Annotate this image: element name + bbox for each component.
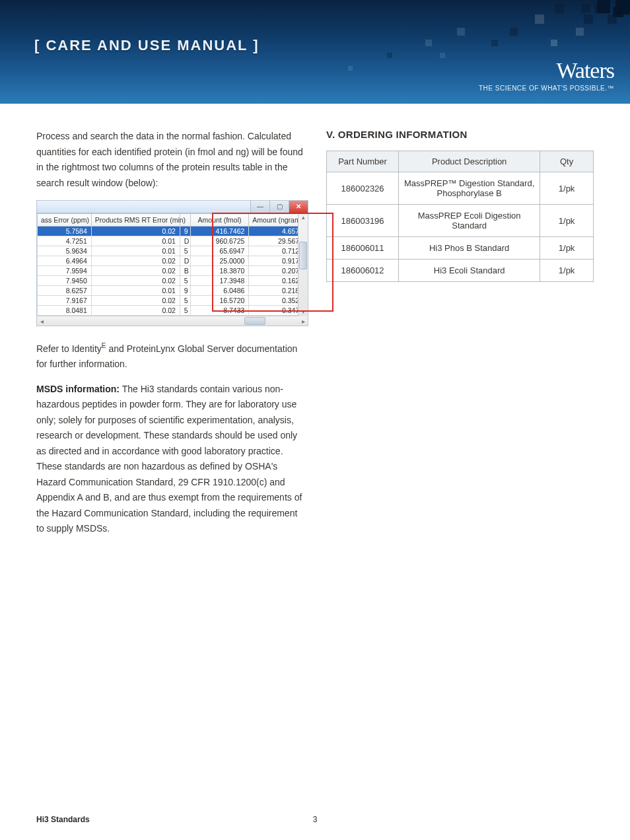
- cell-amount-fmol: 416.7462: [190, 227, 249, 236]
- footer-doc-title: Hi3 Standards: [36, 815, 90, 824]
- cell-description: Hi3 Phos B Standard: [399, 237, 540, 260]
- brand-block: Waters THE SCIENCE OF WHAT'S POSSIBLE.™: [479, 59, 614, 92]
- cell-part-number: 186002326: [327, 172, 399, 205]
- table-row: 186006012Hi3 Ecoli Standard1/pk: [327, 260, 594, 282]
- cell-mid: 5: [180, 276, 190, 286]
- cell-ass-error: 8.6257: [38, 286, 92, 296]
- table-row[interactable]: 8.04810.0258.74330.3475: [38, 306, 308, 316]
- cell-qty: 1/pk: [540, 237, 594, 260]
- cell-rt-error: 0.01: [91, 246, 180, 256]
- cell-mid: 9: [180, 286, 190, 296]
- v-scroll-thumb[interactable]: [299, 242, 307, 269]
- page: [ CARE AND USE MANUAL ] Waters THE SCIEN…: [0, 0, 630, 840]
- footer-page-number: 3: [313, 815, 318, 824]
- page-footer: Hi3 Standards 3 .: [36, 815, 594, 824]
- cell-rt-error: 0.01: [91, 236, 180, 246]
- order-col-qty: Qty: [540, 151, 594, 172]
- table-row: 186002326MassPREP™ Digestion Standard, P…: [327, 172, 594, 205]
- order-col-desc: Product Description: [399, 151, 540, 172]
- cell-amount-fmol: 8.7433: [190, 306, 249, 316]
- cell-ass-error: 7.9167: [38, 296, 92, 306]
- table-row: 186006011Hi3 Phos B Standard1/pk: [327, 237, 594, 260]
- v-scroll-track[interactable]: [298, 222, 308, 307]
- table-row[interactable]: 5.96340.01565.69470.7129: [38, 246, 308, 256]
- protein-results-window: — ▢ ✕ ass Error (ppm) Products RMS RT Er…: [36, 200, 308, 326]
- table-row: 186003196MassPREP Ecoli Digestion Standa…: [327, 205, 594, 237]
- table-row[interactable]: 5.75840.029416.74624.6572: [38, 227, 308, 236]
- scroll-left-arrow-icon[interactable]: ◂: [37, 318, 46, 325]
- cell-mid: B: [180, 266, 190, 276]
- msds-body: The Hi3 standards contain various non-ha…: [36, 384, 302, 534]
- cell-mid: D: [180, 256, 190, 266]
- table-row[interactable]: 4.72510.01D960.672529.5675: [38, 236, 308, 246]
- cell-amount-fmol: 18.3870: [190, 266, 249, 276]
- cell-mid: 9: [180, 227, 190, 236]
- brand-tagline: THE SCIENCE OF WHAT'S POSSIBLE.™: [479, 85, 614, 92]
- cell-ass-error: 6.4964: [38, 256, 92, 266]
- cell-amount-fmol: 16.5720: [190, 296, 249, 306]
- cell-mid: D: [180, 236, 190, 246]
- cell-rt-error: 0.01: [91, 286, 180, 296]
- close-button[interactable]: ✕: [289, 201, 308, 213]
- ordering-heading: V. ORDERING INFORMATION: [326, 129, 594, 140]
- left-column: Process and search the data in the norma…: [36, 129, 304, 546]
- table-row[interactable]: 7.95940.02B18.38700.2075: [38, 266, 308, 276]
- cell-ass-error: 5.9634: [38, 246, 92, 256]
- cell-mid: 5: [180, 246, 190, 256]
- scroll-right-arrow-icon[interactable]: ▸: [298, 318, 308, 325]
- right-column: V. ORDERING INFORMATION Part Number Prod…: [326, 129, 594, 546]
- header-banner: [ CARE AND USE MANUAL ] Waters THE SCIEN…: [0, 0, 630, 104]
- cell-rt-error: 0.02: [91, 296, 180, 306]
- horizontal-scrollbar[interactable]: ◂ ▸: [37, 316, 308, 326]
- cell-ass-error: 5.7584: [38, 227, 92, 236]
- cell-rt-error: 0.02: [91, 266, 180, 276]
- h-scroll-thumb[interactable]: [244, 317, 265, 325]
- cell-amount-fmol: 6.0486: [190, 286, 249, 296]
- cell-rt-error: 0.02: [91, 306, 180, 316]
- cell-rt-error: 0.02: [91, 227, 180, 236]
- minimize-button[interactable]: —: [250, 201, 269, 213]
- cell-description: Hi3 Ecoli Standard: [399, 260, 540, 282]
- cell-rt-error: 0.02: [91, 276, 180, 286]
- banner-title: [ CARE AND USE MANUAL ]: [34, 37, 260, 54]
- refer-paragraph: Refer to IdentityE and ProteinLynx Globa…: [36, 341, 304, 372]
- waters-logo: Waters: [479, 59, 614, 82]
- ordering-table: Part Number Product Description Qty 1860…: [326, 151, 594, 282]
- cell-qty: 1/pk: [540, 260, 594, 282]
- table-row[interactable]: 7.94500.02517.39480.1623: [38, 276, 308, 286]
- body-text-block-2: Refer to IdentityE and ProteinLynx Globa…: [36, 341, 304, 537]
- cell-qty: 1/pk: [540, 205, 594, 237]
- content-area: Process and search the data in the norma…: [36, 129, 594, 546]
- refer-prefix: Refer to Identity: [36, 343, 102, 354]
- scroll-down-arrow-icon[interactable]: ▾: [298, 307, 308, 316]
- window-title-bar: — ▢ ✕: [37, 201, 308, 213]
- msds-paragraph: MSDS information: The Hi3 standards cont…: [36, 382, 304, 537]
- table-row[interactable]: 7.91670.02516.57200.3526: [38, 296, 308, 306]
- cell-ass-error: 8.0481: [38, 306, 92, 316]
- identity-superscript: E: [102, 342, 106, 349]
- cell-amount-fmol: 65.6947: [190, 246, 249, 256]
- col-header-ass-error[interactable]: ass Error (ppm): [38, 214, 92, 227]
- cell-part-number: 186006011: [327, 237, 399, 260]
- cell-ass-error: 7.9450: [38, 276, 92, 286]
- h-scroll-track[interactable]: [46, 317, 298, 325]
- col-header-amount-fmol[interactable]: Amount (fmol): [190, 214, 249, 227]
- col-header-rt-error[interactable]: Products RMS RT Error (min): [91, 214, 180, 227]
- body-text-block: Process and search the data in the norma…: [36, 129, 304, 191]
- maximize-button[interactable]: ▢: [269, 201, 289, 213]
- table-row[interactable]: 8.62570.0196.04860.2187: [38, 286, 308, 296]
- table-row[interactable]: 6.49640.02D25.00000.9173: [38, 256, 308, 266]
- cell-description: MassPREP™ Digestion Standard, Phosphoryl…: [399, 172, 540, 205]
- cell-amount-fmol: 17.3948: [190, 276, 249, 286]
- cell-ass-error: 4.7251: [38, 236, 92, 246]
- cell-part-number: 186006012: [327, 260, 399, 282]
- scroll-up-arrow-icon[interactable]: ▴: [298, 213, 308, 222]
- cell-amount-fmol: 25.0000: [190, 256, 249, 266]
- cell-mid: 5: [180, 306, 190, 316]
- protein-results-table: ass Error (ppm) Products RMS RT Error (m…: [37, 213, 308, 316]
- cell-ass-error: 7.9594: [38, 266, 92, 276]
- cell-amount-fmol: 960.6725: [190, 236, 249, 246]
- vertical-scrollbar[interactable]: ▴ ▾: [298, 213, 308, 316]
- cell-part-number: 186003196: [327, 205, 399, 237]
- cell-qty: 1/pk: [540, 172, 594, 205]
